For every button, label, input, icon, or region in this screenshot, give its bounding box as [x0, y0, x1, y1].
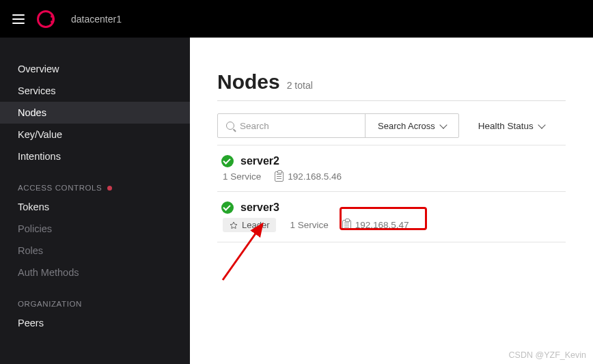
hamburger-menu-icon[interactable] [12, 14, 25, 24]
node-list: server2 1 Service 192.168.5.46 server3 [217, 145, 566, 242]
node-ip: 192.168.5.46 [288, 171, 342, 182]
clipboard-icon [275, 171, 284, 182]
sidebar-item-peers[interactable]: Peers [0, 312, 190, 334]
sidebar-item-tokens[interactable]: Tokens [0, 196, 190, 218]
health-passing-icon [221, 201, 234, 214]
sidebar-item-keyvalue[interactable]: Key/Value [0, 124, 190, 145]
node-services-count: 1 Service [290, 220, 328, 230]
sidebar-item-auth-methods[interactable]: Auth Methods [0, 262, 190, 283]
topbar: datacenter1 [0, 0, 593, 38]
sidebar-item-roles[interactable]: Roles [0, 240, 190, 262]
health-passing-icon [221, 155, 234, 167]
main-content: Nodes 2 total Search Across Health Statu… [190, 38, 593, 364]
node-ip-group[interactable]: 192.168.5.46 [275, 171, 342, 182]
sidebar: Overview Services Nodes Key/Value Intent… [0, 38, 190, 364]
controls-row: Search Across Health Status [217, 113, 566, 138]
page-title-row: Nodes 2 total [217, 70, 566, 94]
search-across-label: Search Across [378, 121, 435, 131]
leader-badge-label: Leader [242, 220, 269, 230]
leader-badge: Leader [223, 218, 276, 232]
sidebar-item-policies[interactable]: Policies [0, 218, 190, 240]
search-icon [226, 122, 234, 130]
node-name: server3 [240, 201, 279, 214]
divider [217, 100, 566, 101]
search-input[interactable] [240, 121, 357, 131]
datacenter-name[interactable]: datacenter1 [71, 14, 122, 25]
sidebar-item-nodes[interactable]: Nodes [0, 102, 190, 124]
health-status-label: Health Status [478, 121, 534, 131]
search-box[interactable] [218, 114, 365, 137]
search-group: Search Across [217, 113, 459, 138]
alert-dot-icon [107, 186, 112, 191]
health-status-dropdown[interactable]: Health Status [478, 121, 544, 131]
sidebar-section-access: ACCESS CONTROLS [0, 167, 190, 196]
sidebar-section-org-label: ORGANIZATION [18, 300, 82, 308]
sidebar-section-access-label: ACCESS CONTROLS [18, 184, 102, 192]
consul-logo-icon [37, 10, 55, 28]
star-icon [230, 221, 238, 229]
page-subtitle: 2 total [287, 80, 313, 91]
chevron-down-icon [538, 121, 545, 128]
chevron-down-icon [439, 121, 447, 128]
node-ip: 192.168.5.47 [355, 220, 409, 230]
clipboard-icon [342, 220, 351, 230]
sidebar-item-services[interactable]: Services [0, 80, 190, 102]
sidebar-section-org: ORGANIZATION [0, 283, 190, 312]
search-across-dropdown[interactable]: Search Across [365, 114, 458, 137]
node-row[interactable]: server2 1 Service 192.168.5.46 [217, 145, 566, 192]
sidebar-item-intentions[interactable]: Intentions [0, 145, 190, 167]
node-name: server2 [240, 155, 279, 167]
node-services-count: 1 Service [223, 171, 261, 182]
node-ip-group[interactable]: 192.168.5.47 [342, 220, 409, 230]
page-title: Nodes [217, 70, 280, 94]
sidebar-item-overview[interactable]: Overview [0, 58, 190, 80]
watermark: CSDN @YZF_Kevin [509, 350, 586, 360]
svg-marker-0 [230, 222, 237, 229]
node-row[interactable]: server3 Leader 1 Service 192.168.5.47 [217, 192, 566, 242]
